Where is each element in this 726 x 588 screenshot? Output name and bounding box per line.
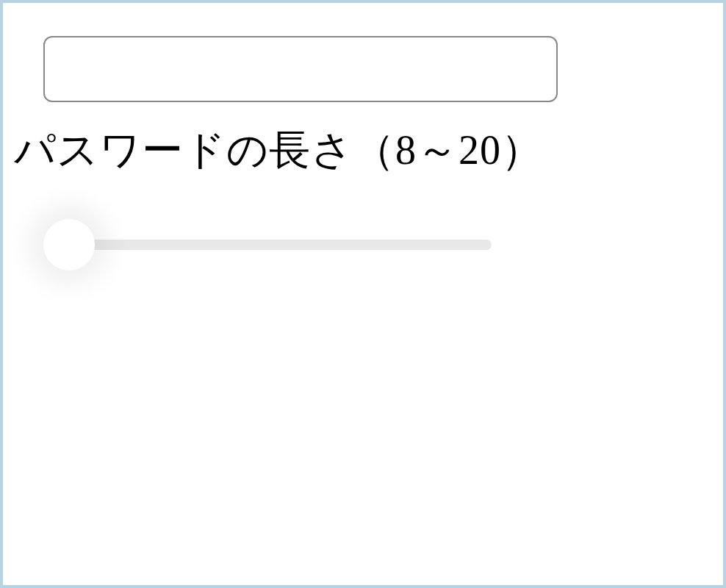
- slider-track: [58, 240, 492, 250]
- slider-wrapper: [58, 219, 492, 270]
- password-output-field[interactable]: [43, 36, 558, 102]
- password-length-slider[interactable]: [58, 219, 492, 270]
- app-container: パスワードの長さ（8～20）: [3, 3, 723, 585]
- password-length-label: パスワードの長さ（8～20）: [14, 123, 708, 179]
- slider-thumb[interactable]: [43, 219, 95, 270]
